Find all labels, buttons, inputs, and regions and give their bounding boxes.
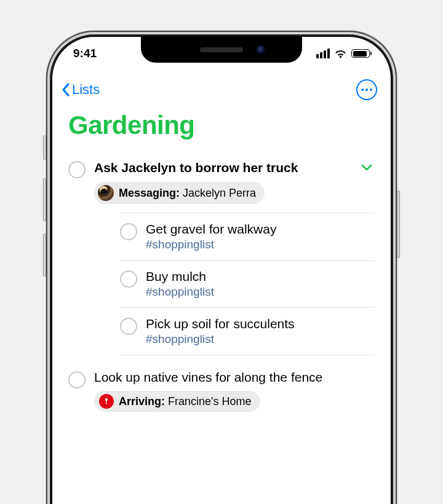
chip-value: Francine's Home — [168, 395, 251, 408]
volume-down-button[interactable] — [43, 234, 46, 277]
wifi-icon — [334, 49, 347, 58]
tag-link[interactable]: #shoppinglist — [146, 333, 214, 346]
reminder-title: Ask Jackelyn to borrow her truck — [94, 160, 298, 175]
reminder-subitem[interactable]: Buy mulch #shoppinglist — [120, 260, 375, 307]
tag-link[interactable]: #shoppinglist — [146, 238, 214, 251]
volume-up-button[interactable] — [43, 178, 46, 221]
location-chip[interactable]: Arriving: Francine's Home — [94, 391, 260, 412]
nav-bar: Lists — [52, 75, 391, 104]
content-area: Gardening Ask Jackelyn to borrow her tru… — [52, 111, 391, 504]
reminder-item[interactable]: Look up native vines for along the fence… — [68, 364, 375, 420]
phone-frame: 9:41 Lists Gardening — [46, 31, 397, 504]
reminder-subitem[interactable]: Get gravel for walkway #shoppinglist — [120, 213, 375, 260]
chip-label: Arriving: — [119, 395, 165, 408]
back-label: Lists — [72, 82, 100, 98]
subtask-list: Get gravel for walkway #shoppinglist Buy… — [120, 213, 375, 355]
reminder-subitem[interactable]: Pick up soil for succulents #shoppinglis… — [120, 307, 375, 355]
tag-link[interactable]: #shoppinglist — [146, 285, 214, 299]
location-pin-icon — [99, 394, 114, 409]
chip-label: Messaging: — [119, 187, 180, 199]
reminder-title: Buy mulch — [146, 269, 375, 284]
chevron-down-icon — [361, 163, 372, 171]
ellipsis-icon — [361, 89, 364, 91]
mute-switch[interactable] — [43, 135, 46, 160]
complete-toggle[interactable] — [68, 371, 86, 388]
reminder-title: Get gravel for walkway — [146, 222, 375, 237]
reminder-item[interactable]: Ask Jackelyn to borrow her truck Messagi… — [68, 154, 375, 364]
reminder-title: Pick up soil for succulents — [146, 317, 375, 331]
complete-toggle[interactable] — [68, 161, 86, 178]
reminder-title: Look up native vines for along the fence — [94, 370, 375, 385]
complete-toggle[interactable] — [120, 270, 137, 288]
messaging-chip[interactable]: Messaging: Jackelyn Perra — [94, 182, 265, 204]
complete-toggle[interactable] — [120, 318, 137, 335]
svg-rect-1 — [106, 400, 106, 404]
speaker-grille — [200, 47, 243, 52]
divider — [120, 355, 375, 355]
front-camera — [257, 45, 265, 54]
cellular-signal-icon — [316, 49, 330, 58]
complete-toggle[interactable] — [120, 223, 137, 240]
more-button[interactable] — [356, 79, 377, 100]
avatar-icon — [98, 185, 114, 201]
chevron-left-icon — [61, 82, 71, 97]
status-time: 9:41 — [73, 47, 97, 60]
screen: 9:41 Lists Gardening — [52, 37, 391, 504]
chip-value: Jackelyn Perra — [183, 187, 256, 199]
power-button[interactable] — [397, 191, 400, 258]
expand-toggle[interactable] — [359, 160, 375, 176]
back-button[interactable]: Lists — [61, 82, 100, 98]
battery-icon — [351, 49, 370, 58]
notch — [141, 37, 302, 63]
page-title: Gardening — [68, 111, 375, 140]
